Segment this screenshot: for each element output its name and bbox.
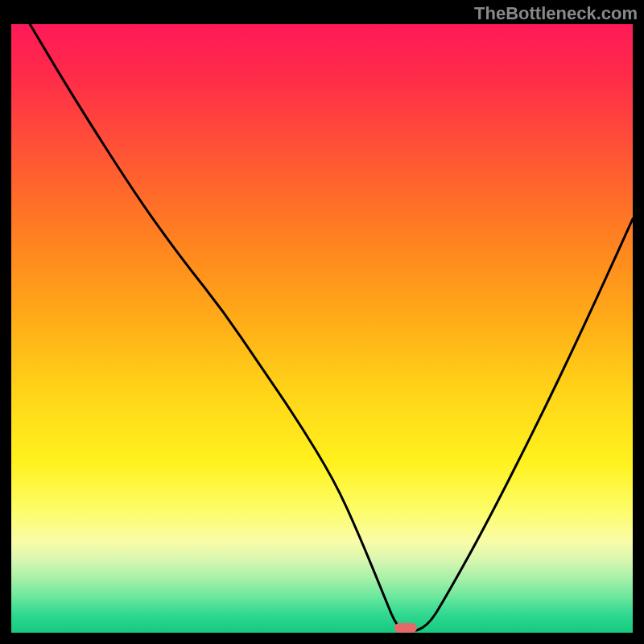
bottleneck-curve-path bbox=[30, 24, 633, 631]
plot-area bbox=[11, 24, 633, 633]
attribution-text: TheBottleneck.com bbox=[474, 3, 638, 24]
curve-svg bbox=[11, 24, 633, 633]
optimal-marker bbox=[394, 623, 417, 633]
chart-frame: TheBottleneck.com bbox=[0, 0, 644, 644]
